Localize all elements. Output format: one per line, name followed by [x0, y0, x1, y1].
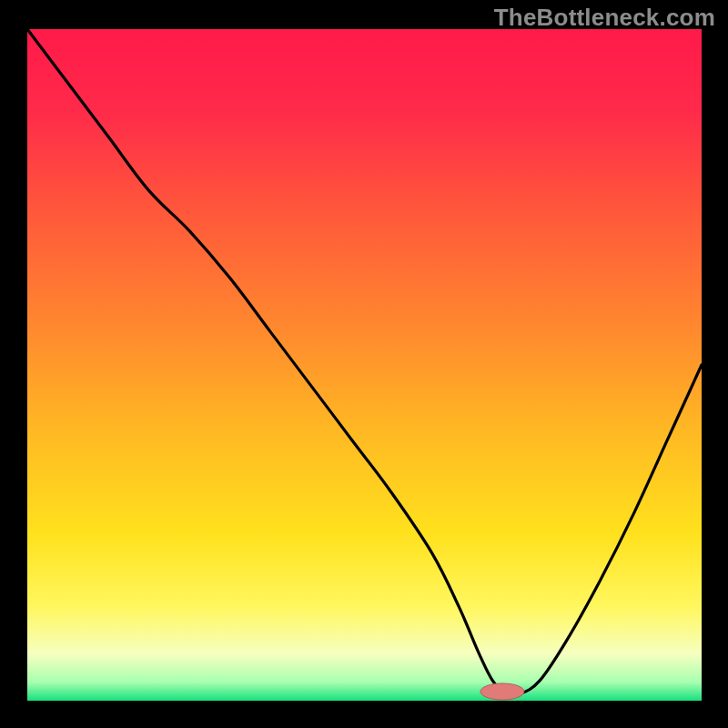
chart-frame: { "watermark": "TheBottleneck.com", "col…	[0, 0, 728, 728]
plot-background	[27, 29, 702, 701]
watermark-text: TheBottleneck.com	[494, 4, 715, 32]
optimal-marker	[480, 683, 524, 700]
bottleneck-chart	[0, 0, 728, 728]
